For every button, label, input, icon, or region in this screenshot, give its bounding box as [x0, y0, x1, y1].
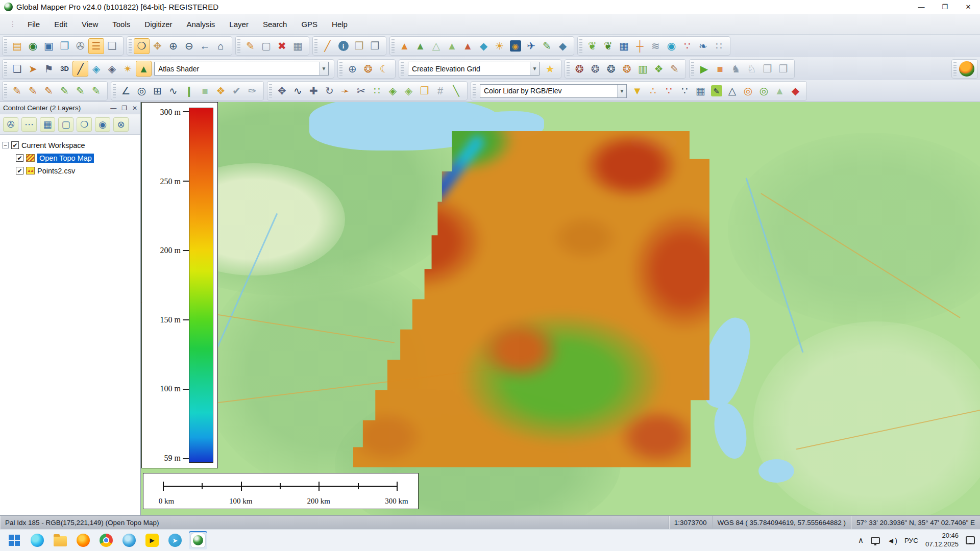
view-3d-icon[interactable]: 3D — [57, 61, 72, 77]
layer-label[interactable]: Open Topo Map — [37, 154, 94, 163]
water-drop-icon[interactable]: ◉ — [664, 38, 679, 54]
menu-item[interactable]: Analysis — [180, 17, 223, 32]
open-file-icon[interactable]: ▤ — [9, 38, 25, 54]
download-online-data-icon[interactable]: ◉ — [25, 38, 41, 54]
point-columns-icon[interactable]: ∷ — [711, 38, 727, 54]
language-indicator[interactable]: РУС — [904, 537, 918, 544]
menu-item[interactable]: Search — [256, 17, 295, 32]
menu-item[interactable]: Help — [325, 17, 355, 32]
lidar-classify-search-icon[interactable]: ∵ — [661, 83, 677, 99]
edit-tool-icon[interactable]: ✑ — [244, 83, 260, 99]
measure-tool-icon[interactable]: ╱ — [320, 38, 335, 54]
offset-shapes-icon[interactable]: ◈ — [385, 83, 401, 99]
favorite-star-icon[interactable]: ★ — [542, 61, 558, 77]
tree-row-layer[interactable]: ✔ Open Topo Map — [2, 152, 138, 164]
split-line-scissors-icon[interactable]: ✂ — [353, 83, 369, 99]
create-point-icon[interactable]: ✎ — [9, 83, 25, 99]
raster-calculator-icon[interactable]: ▲ — [460, 38, 476, 54]
contour-generate-icon[interactable]: △ — [428, 38, 444, 54]
spark-mountain-icon[interactable]: ✴ — [120, 61, 136, 77]
create-angle-icon[interactable]: ∠ — [118, 83, 134, 99]
telegram-icon[interactable]: ➤ — [166, 531, 184, 549]
lidar-mesh-mountains-icon[interactable]: ▲ — [772, 83, 788, 99]
pan-hand-icon[interactable]: ✥ — [150, 38, 165, 54]
minimize-button[interactable]: — — [910, 0, 933, 14]
lidar-screen-icon[interactable]: ▥ — [635, 61, 651, 77]
lidar-triangle-icon[interactable]: △ — [724, 83, 740, 99]
fly-through-icon[interactable]: ✈ — [523, 38, 539, 54]
workspace-checkbox[interactable]: ✔ — [11, 141, 19, 149]
firefox-icon[interactable] — [74, 531, 92, 549]
control-center-icon[interactable]: ☰ — [88, 38, 104, 54]
select-features-icon[interactable]: ▢ — [258, 38, 274, 54]
start-button[interactable] — [5, 531, 23, 549]
lidar-clusters-green-icon[interactable]: ◎ — [756, 83, 772, 99]
nav-arrow-icon[interactable]: ➤ — [25, 61, 41, 77]
key-icon[interactable]: ❧ — [695, 38, 711, 54]
menu-item[interactable]: Tools — [105, 17, 137, 32]
tree-small-icon[interactable]: ❦ — [584, 38, 600, 54]
lidar-eyedropper-icon[interactable]: ✎ — [708, 83, 724, 99]
edge-browser-icon[interactable] — [28, 531, 46, 549]
layer-checkbox[interactable]: ✔ — [16, 167, 23, 174]
menu-item[interactable]: Digitizer — [137, 17, 179, 32]
feature-info-icon[interactable]: i — [335, 38, 351, 54]
layer-attributes-icon[interactable]: ▦ — [40, 117, 55, 132]
create-rectangle-icon[interactable]: ✎ — [72, 83, 88, 99]
workspace-label[interactable]: Current Workspace — [21, 141, 85, 149]
map-window-icon[interactable]: ❐ — [57, 38, 72, 54]
menu-item[interactable]: Layer — [222, 17, 256, 32]
needle-tool-icon[interactable]: ╲ — [448, 83, 464, 99]
layer-metadata-icon[interactable]: ⋯ — [21, 117, 37, 132]
panel-close-button[interactable]: ✕ — [132, 105, 137, 112]
zoom-in-icon[interactable]: ⊕ — [165, 38, 181, 54]
global-mapper-taskbar-icon[interactable] — [189, 531, 207, 549]
elevation-profile-icon[interactable]: ▲ — [444, 38, 460, 54]
edit-area-icon[interactable]: ■ — [197, 83, 213, 99]
lidar-settings-table-icon[interactable]: ❂ — [603, 61, 619, 77]
configuration-wrench-icon[interactable]: ✇ — [72, 38, 88, 54]
simulate-scene-icon[interactable]: ☀ — [492, 38, 507, 54]
chrome-icon[interactable] — [97, 531, 115, 549]
close-button[interactable]: ✕ — [957, 0, 980, 14]
notification-center-icon[interactable] — [966, 536, 975, 544]
layer-close-icon[interactable]: ⊗ — [113, 117, 129, 132]
maximize-button[interactable]: ❐ — [933, 0, 957, 14]
layer-visibility-icon[interactable]: ◉ — [95, 117, 110, 132]
network-icon[interactable] — [871, 537, 880, 544]
file-explorer-icon[interactable] — [51, 531, 69, 549]
control-center-titlebar[interactable]: Control Center (2 Layers) — ❐ ✕ — [0, 102, 140, 114]
overview-map-icon[interactable]: ❏ — [104, 38, 120, 54]
chevron-down-icon[interactable]: ▼ — [617, 85, 626, 97]
menu-item[interactable]: GPS — [294, 17, 325, 32]
script-search-icon[interactable]: ❒ — [775, 61, 791, 77]
tree-row-workspace[interactable]: − ✔ Current Workspace — [2, 139, 138, 152]
lidar-qc-icon[interactable]: ◈ — [88, 61, 104, 77]
lidar-point-cluster-icon[interactable]: ∴ — [645, 83, 661, 99]
watershed-icon[interactable]: ◆ — [476, 38, 492, 54]
move-vertex-icon[interactable]: ✚ — [306, 83, 322, 99]
tree-large-icon[interactable]: ❦ — [600, 38, 616, 54]
lidar-filter-funnel-icon[interactable]: ▼ — [629, 83, 645, 99]
atlas-shader-mountain-icon[interactable]: ▲ — [136, 61, 152, 77]
contour-map-icon[interactable]: ◉ — [507, 38, 523, 54]
flatten-terrain-icon[interactable]: ◆ — [555, 38, 571, 54]
create-freehand-icon[interactable]: ✎ — [41, 83, 57, 99]
delete-feature-icon[interactable]: ✖ — [274, 38, 290, 54]
script-history-icon[interactable]: ❒ — [760, 61, 775, 77]
path-profile-icon[interactable]: ╱ — [72, 61, 88, 77]
rabbit-icon[interactable]: ♘ — [744, 61, 760, 77]
move-feature-icon[interactable]: ✥ — [274, 83, 290, 99]
map-view[interactable]: 300 m250 m200 m150 m100 m59 m 0 km 100 k… — [141, 102, 980, 515]
squirrel-icon[interactable]: ♞ — [728, 61, 744, 77]
menu-item[interactable]: View — [75, 17, 105, 32]
tree-expander-icon[interactable]: − — [2, 142, 9, 148]
offset-shapes-alt-icon[interactable]: ◈ — [401, 83, 416, 99]
home-view-icon[interactable]: ⌂ — [213, 38, 229, 54]
tray-chevron-icon[interactable]: ∧ — [858, 536, 864, 545]
lidar-flag-icon[interactable]: ◈ — [104, 61, 120, 77]
lidar-layer-stack-icon[interactable]: ◆ — [788, 83, 803, 99]
search-attributes-icon[interactable]: ❒ — [351, 38, 367, 54]
full-view-back-icon[interactable]: ← — [197, 38, 213, 54]
clock[interactable]: 20:46 07.12.2025 — [925, 532, 959, 549]
